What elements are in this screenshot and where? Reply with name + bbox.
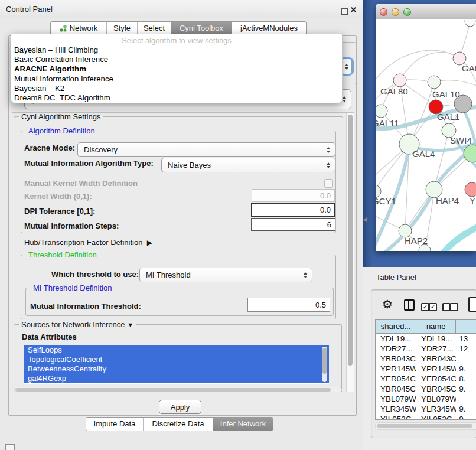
hub-definition-expander[interactable]: Hub/Transcription Factor Definition ▶: [24, 238, 152, 247]
list-scrollbar[interactable]: [322, 347, 327, 382]
select-all-icon[interactable]: ✓: [429, 303, 437, 311]
attribute-item[interactable]: gal4RGexp: [24, 374, 329, 383]
kernel-width-field[interactable]: 0.0: [252, 189, 335, 202]
tab-discretize-data[interactable]: Discretize Data: [143, 418, 213, 431]
panel-bottom-divider: [0, 438, 363, 438]
select-all-icon[interactable]: ✓: [421, 303, 429, 311]
node-gal80[interactable]: [393, 74, 406, 87]
tab-jactivemnodules[interactable]: jActiveMNodules: [232, 22, 306, 35]
node-hap2-label: HAP2: [405, 236, 428, 246]
control-panel-titlebar: Control Panel ✕: [0, 0, 363, 18]
mi-steps-label: Mutual Information Steps:: [24, 221, 119, 230]
minimize-window-button[interactable]: [392, 8, 399, 16]
node-gal10[interactable]: [428, 76, 441, 89]
dpi-tolerance-field[interactable]: 0.0: [251, 203, 335, 217]
network-window-titlebar[interactable]: [376, 4, 476, 19]
table-panel-window: ⚙ ✓ ✓ shared...name YDL19...YDL19...13YD…: [371, 289, 476, 438]
combo-stepper-icon: [342, 59, 351, 74]
control-panel-title: Control Panel: [6, 5, 53, 14]
dropdown-item[interactable]: Bayesian – Hill Climbing: [11, 45, 342, 55]
aracne-mode-label: Aracne Mode:: [24, 144, 75, 152]
combo-stepper-icon: [324, 158, 333, 172]
kernel-width-label: Kernel Width (0,1):: [24, 192, 92, 201]
dropdown-item[interactable]: Dream8 DC_TDC Algorithm: [11, 93, 342, 103]
which-threshold-label: Which threshold to use:: [51, 270, 139, 279]
float-cytopanel-icon[interactable]: [5, 444, 15, 450]
table-row[interactable]: YPR145WYPR145W9.: [376, 364, 476, 374]
network-canvas[interactable]: GALGAL80GAL10GAL1GAL11SWI4GAL4GCY1HAP4YH…: [376, 19, 476, 251]
table-row[interactable]: YLR345WYLR345W9.: [376, 404, 476, 414]
table-row[interactable]: YDR27...YDR27...12: [376, 344, 476, 354]
node-gal11[interactable]: [376, 105, 387, 118]
dropdown-item[interactable]: Basic Correlation Inference: [11, 55, 342, 64]
mi-threshold-field[interactable]: 0.5: [247, 298, 330, 312]
mi-steps-field[interactable]: 6: [251, 218, 335, 231]
apply-button[interactable]: Apply: [159, 400, 201, 414]
network-view-window[interactable]: GALGAL80GAL10GAL1GAL11SWI4GAL4GCY1HAP4YH…: [376, 4, 476, 251]
node-swi4-label: SWI4: [450, 135, 472, 145]
combo-stepper-icon: [324, 143, 333, 156]
table-row[interactable]: YIL052CYIL052C9.: [376, 414, 476, 420]
group-title: Threshold Definition: [26, 250, 99, 259]
group-title: Cyni Algorithm Settings: [19, 113, 103, 121]
dpi-tolerance-label: DPI Tolerance [0,1]:: [24, 207, 95, 216]
table-row[interactable]: YBR043CYBR043C: [376, 354, 476, 364]
settings-horizontal-scrollbar[interactable]: [14, 387, 342, 392]
attribute-item[interactable]: TopologicalCoefficient: [24, 355, 329, 364]
group-title: MI Threshold Definition: [31, 283, 114, 292]
tab-impute-data[interactable]: Impute Data: [86, 418, 143, 431]
which-threshold-combo[interactable]: MI Threshold: [139, 268, 312, 282]
mi-algorithm-type-combo[interactable]: Naive Bayes: [161, 158, 335, 172]
sources-group-title[interactable]: Sources for Network Inference ▼: [19, 320, 136, 329]
node-partial-corner[interactable]: [465, 19, 475, 27]
expand-right-icon: ▶: [147, 239, 152, 247]
dropdown-item[interactable]: Mutual Information Inference: [11, 74, 342, 84]
data-attributes-label: Data Attributes: [22, 332, 77, 341]
app-root: Control Panel ✕ NetworkStyleSelectCyni T…: [0, 0, 476, 450]
data-attributes-list[interactable]: SelfLoopsTopologicalCoefficientBetweenne…: [24, 345, 329, 384]
node-gal-top-label: GAL: [462, 63, 476, 73]
tab-style[interactable]: Style: [106, 22, 137, 35]
table-panel-region: Table Panel ⚙ ✓ ✓ shared...name YDL19...…: [363, 267, 476, 450]
splitter-collapse-icon[interactable]: [361, 217, 367, 222]
table-row[interactable]: YBL079WYBL079W: [376, 394, 476, 404]
gear-icon[interactable]: ⚙: [382, 297, 393, 311]
network-edge: [376, 50, 459, 86]
manual-kernel-width-label: Manual Kernel Width Definition: [24, 179, 138, 188]
node-salmon[interactable]: [465, 182, 476, 197]
table-horizontal-scrollbar[interactable]: [375, 422, 476, 430]
table-row[interactable]: YDL19...YDL19...13: [376, 334, 476, 344]
dropdown-item[interactable]: ARACNE Algorithm: [11, 64, 342, 74]
deselect-all-icon[interactable]: [442, 303, 451, 311]
close-window-button[interactable]: [380, 8, 387, 16]
tab-infer-network[interactable]: Infer Network: [213, 418, 273, 431]
column-header[interactable]: shared...: [376, 320, 416, 333]
document-icon[interactable]: [468, 297, 476, 312]
column-header[interactable]: name: [416, 320, 456, 333]
float-panel-icon[interactable]: [341, 8, 348, 15]
dropdown-item[interactable]: Bayesian – K2: [11, 84, 342, 93]
manual-kernel-width-checkbox[interactable]: [324, 179, 333, 188]
node-table[interactable]: shared...name YDL19...YDL19...13YDR27...…: [375, 319, 476, 420]
network-edge: [400, 52, 459, 80]
deselect-all-icon[interactable]: [450, 303, 458, 311]
column-header[interactable]: [456, 320, 476, 333]
column-view-icon[interactable]: [404, 299, 415, 311]
tab-select[interactable]: Select: [137, 22, 171, 35]
attribute-item[interactable]: SelfLoops: [24, 345, 329, 355]
mi-algorithm-type-label: Mutual Information Algorithm Type:: [24, 159, 154, 168]
attribute-item[interactable]: BetweennessCentrality: [24, 364, 329, 374]
table-header-row: shared...name: [376, 320, 476, 334]
tab-cyni-toolbox[interactable]: Cyni Toolbox: [171, 22, 232, 35]
table-row[interactable]: YER054CYER054C8.: [376, 374, 476, 384]
aracne-mode-combo[interactable]: Discovery: [77, 142, 335, 157]
tab-network[interactable]: Network: [51, 22, 106, 35]
network-edge-thick: [443, 225, 476, 251]
algorithm-dropdown-popup: Select algorithm to view settings Bayesi…: [11, 34, 343, 103]
zoom-window-button[interactable]: [403, 8, 411, 16]
settings-vertical-scrollbar[interactable]: [346, 113, 354, 392]
mi-threshold-label: Mutual Information Threshold:: [30, 302, 141, 311]
node-hap4-label: HAP4: [436, 195, 459, 206]
table-row[interactable]: YBR045CYBR045C9.: [376, 384, 476, 394]
close-panel-icon[interactable]: ✕: [350, 5, 357, 14]
